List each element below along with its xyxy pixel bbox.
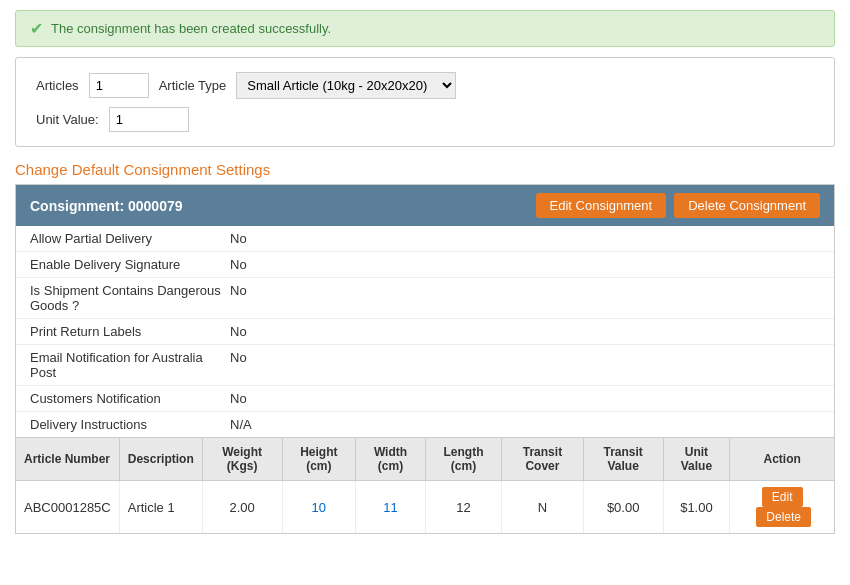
detail-value-3: No <box>230 324 247 339</box>
cell-description: Article 1 <box>119 481 202 534</box>
detail-value-5: No <box>230 391 247 406</box>
articles-label: Articles <box>36 78 79 93</box>
cell-article-number: ABC0001285C <box>16 481 119 534</box>
detail-value-0: No <box>230 231 247 246</box>
unit-value-row: Unit Value: <box>36 107 814 132</box>
detail-value-4: No <box>230 350 247 380</box>
detail-value-6: N/A <box>230 417 252 432</box>
success-message: The consignment has been created success… <box>51 21 331 36</box>
col-length: Length (cm) <box>425 438 501 481</box>
table-header-row: Article Number Description Weight (Kgs) … <box>16 438 834 481</box>
header-buttons: Edit Consignment Delete Consignment <box>536 193 820 218</box>
articles-row: Articles Article Type Small Article (10k… <box>36 72 814 99</box>
unit-value-input[interactable] <box>109 107 189 132</box>
detail-row: Enable Delivery Signature No <box>16 252 834 278</box>
detail-label-2: Is Shipment Contains Dangerous Goods ? <box>30 283 230 313</box>
table-row: ABC0001285C Article 1 2.00 10 11 12 N $0… <box>16 481 834 534</box>
cell-action: Edit Delete <box>730 481 834 534</box>
detail-value-2: No <box>230 283 247 313</box>
col-transit-cover: Transit Cover <box>502 438 584 481</box>
detail-row: Is Shipment Contains Dangerous Goods ? N… <box>16 278 834 319</box>
success-banner: ✔ The consignment has been created succe… <box>15 10 835 47</box>
row-delete-button[interactable]: Delete <box>756 507 811 527</box>
col-article-number: Article Number <box>16 438 119 481</box>
col-description: Description <box>119 438 202 481</box>
consignment-details: Allow Partial Delivery No Enable Deliver… <box>16 226 834 437</box>
success-icon: ✔ <box>30 19 43 38</box>
cell-length: 12 <box>425 481 501 534</box>
col-transit-value: Transit Value <box>583 438 663 481</box>
detail-value-1: No <box>230 257 247 272</box>
article-type-label: Article Type <box>159 78 227 93</box>
cell-transit-value: $0.00 <box>583 481 663 534</box>
cell-unit-value: $1.00 <box>663 481 730 534</box>
col-width: Width (cm) <box>356 438 426 481</box>
articles-input[interactable] <box>89 73 149 98</box>
change-defaults-title: Change Default Consignment Settings <box>15 161 835 178</box>
detail-row: Customers Notification No <box>16 386 834 412</box>
detail-label-4: Email Notification for Australia Post <box>30 350 230 380</box>
unit-value-label: Unit Value: <box>36 112 99 127</box>
col-action: Action <box>730 438 834 481</box>
detail-label-5: Customers Notification <box>30 391 230 406</box>
col-weight: Weight (Kgs) <box>202 438 282 481</box>
edit-consignment-button[interactable]: Edit Consignment <box>536 193 667 218</box>
detail-label-6: Delivery Instructions <box>30 417 230 432</box>
detail-row: Email Notification for Australia Post No <box>16 345 834 386</box>
cell-transit-cover: N <box>502 481 584 534</box>
detail-label-0: Allow Partial Delivery <box>30 231 230 246</box>
consignment-header-title: Consignment: 0000079 <box>30 198 183 214</box>
row-edit-button[interactable]: Edit <box>762 487 803 507</box>
detail-row: Print Return Labels No <box>16 319 834 345</box>
detail-label-1: Enable Delivery Signature <box>30 257 230 272</box>
detail-row: Delivery Instructions N/A <box>16 412 834 437</box>
articles-table: Article Number Description Weight (Kgs) … <box>16 437 834 533</box>
detail-row: Allow Partial Delivery No <box>16 226 834 252</box>
delete-consignment-button[interactable]: Delete Consignment <box>674 193 820 218</box>
consignment-header: Consignment: 0000079 Edit Consignment De… <box>16 185 834 226</box>
col-height: Height (cm) <box>282 438 356 481</box>
article-type-select[interactable]: Small Article (10kg - 20x20x20) <box>236 72 456 99</box>
articles-section: Articles Article Type Small Article (10k… <box>15 57 835 147</box>
consignment-block: Consignment: 0000079 Edit Consignment De… <box>15 184 835 534</box>
cell-weight: 2.00 <box>202 481 282 534</box>
detail-label-3: Print Return Labels <box>30 324 230 339</box>
cell-width: 11 <box>356 481 426 534</box>
cell-height: 10 <box>282 481 356 534</box>
col-unit-value: Unit Value <box>663 438 730 481</box>
